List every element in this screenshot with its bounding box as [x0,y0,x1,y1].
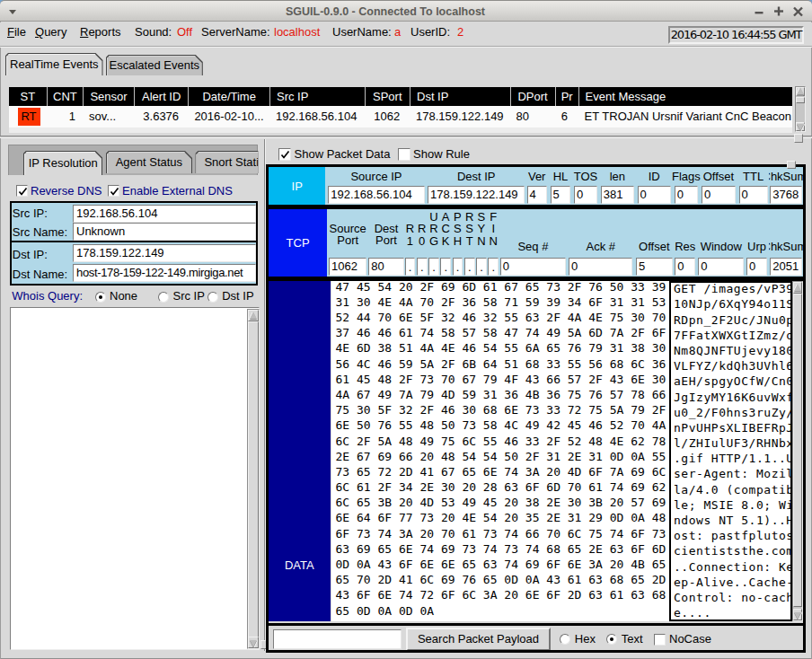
event-row-st-cell[interactable]: RT [9,106,47,127]
event-row-sensor[interactable]: sov... [83,106,134,127]
ip-value-id[interactable]: 0 [638,186,671,204]
tcp-value-seq[interactable]: 0 [500,258,566,276]
tcp-flag-value-3[interactable]: . [440,258,451,276]
events-scrollbar-up-arrow[interactable] [796,87,805,96]
horizontal-sash[interactable] [0,136,812,138]
payload-scrollbar-up-arrow[interactable] [793,282,803,294]
packet-frame-sash-grip[interactable] [787,161,796,169]
show-rule-checkbox[interactable] [398,148,410,161]
ip-value-ttl[interactable]: 0 [739,186,768,204]
tcp-flag-value-2[interactable]: . [428,258,439,276]
ip-value-len[interactable]: 381 [601,186,634,204]
window-titlebar[interactable]: SGUIL-0.9.0 - Connected To localhost [0,0,812,22]
payload-scrollbar[interactable] [792,281,804,621]
ip-value-flags[interactable]: 0 [675,186,698,204]
whois-result-area[interactable] [10,307,260,650]
event-row-alert_id[interactable]: 3.6376 [134,106,188,127]
payload-ascii-line: ..Connection: Ke [674,559,794,575]
events-table-footer-strip [9,127,792,133]
event-row-sport[interactable]: 1062 [365,106,410,127]
events-col-pr[interactable]: Pr [555,87,578,106]
events-col-dport[interactable]: DPort [510,87,555,106]
ip-value-tos[interactable]: 0 [574,186,597,204]
whois-scrollbar[interactable] [247,309,260,649]
search-payload-input[interactable] [273,629,402,649]
menu-query[interactable]: Query [35,25,66,39]
tcp-value-window[interactable]: 0 [698,258,744,276]
ip-value-chksum[interactable]: 3768 [770,186,801,204]
menu-file[interactable]: File [7,25,26,39]
events-scrollbar-down-arrow[interactable] [796,122,805,131]
ip-value-dest-ip[interactable]: 178.159.122.149 [428,186,525,204]
tab-escalated-events[interactable]: Escalated Events [106,55,203,75]
payload-scrollbar-thumb[interactable] [793,294,803,607]
tcp-value-res[interactable]: 0 [675,258,695,276]
event-row-pr[interactable]: 6 [555,106,578,127]
dst-name-field[interactable]: host-178-159-122-149.mirgiga.net [73,264,256,282]
tcp-flag-value-4[interactable]: . [453,258,463,276]
reverse-dns-checkbox[interactable] [16,185,28,197]
ip-value-source-ip[interactable]: 192.168.56.104 [328,186,425,204]
show-packet-data-checkbox[interactable] [278,148,291,161]
tcp-flag-value-6[interactable]: . [476,258,487,276]
tcp-value-urp[interactable]: 0 [746,258,767,276]
event-row-src_ip[interactable]: 192.168.56.104 [269,106,365,127]
external-dns-checkbox[interactable] [108,185,119,197]
search-hex-radio[interactable] [560,634,570,645]
event-row-cnt[interactable]: 1 [47,106,83,127]
events-col-dst_ip[interactable]: Dst IP [410,87,510,106]
src-ip-field[interactable]: 192.168.56.104 [73,205,256,223]
event-row-event_message[interactable]: ET TROJAN Ursnif Variant CnC Beacon [578,106,792,127]
close-button[interactable] [791,5,804,18]
search-payload-button[interactable]: Search Packet Payload [406,628,551,651]
events-scrollbar[interactable] [795,86,806,132]
event-row-datetime[interactable]: 2016-02-10... [188,106,269,127]
minimize-button[interactable] [753,1,765,13]
maximize-button[interactable] [772,5,785,18]
events-col-src_ip[interactable]: Src IP [269,87,365,106]
whois-scrollbar-down-arrow[interactable] [248,637,259,648]
events-col-sport[interactable]: SPort [365,87,410,106]
events-col-st[interactable]: ST [9,87,47,106]
whois-srcip-radio[interactable] [158,292,169,303]
ip-value-offset[interactable]: 0 [702,186,736,204]
events-col-cnt[interactable]: CNT [47,87,83,106]
tcp-flag-value-7[interactable]: . [488,258,499,276]
tcp-value-offset[interactable]: 5 [636,258,673,276]
tcp-value-ack[interactable]: 0 [569,258,632,276]
tcp-flag-value-5[interactable]: . [464,258,475,276]
ip-value-hl[interactable]: 5 [551,186,571,204]
menu-reports[interactable]: Reports [80,25,121,39]
whois-scrollbar-thumb[interactable] [248,321,259,638]
whois-dstip-radio[interactable] [207,292,218,303]
tcp-value-dest-port[interactable]: 80 [368,258,403,276]
events-col-datetime[interactable]: Date/Time [188,87,269,106]
whois-none-radio[interactable] [95,292,106,303]
payload-scrollbar-down-arrow[interactable] [793,609,803,620]
events-scrollbar-thumb[interactable] [796,97,805,103]
tcp-flag-value-0[interactable]: . [405,258,416,276]
tab-escalated-events-label: Escalated Events [106,58,203,72]
payload-hex-line: 61 45 48 2F 73 70 67 79 4F 43 66 57 2F 4… [336,372,666,387]
tab-realtime-events[interactable]: RealTime Events [5,53,103,75]
whois-scrollbar-up-arrow[interactable] [248,310,259,321]
event-row-dst_ip[interactable]: 178.159.122.149 [410,106,510,127]
dst-block: Dst IP: 178.159.122.149 Dst Name: host-1… [10,241,258,286]
tab-ip-resolution[interactable]: IP Resolution [23,151,103,175]
search-text-radio[interactable] [606,634,617,645]
ip-value-ver[interactable]: 4 [527,186,547,204]
tcp-flag-col-2-text: URG [429,211,438,247]
events-col-alert_id[interactable]: Alert ID [134,87,188,106]
dst-ip-field[interactable]: 178.159.122.149 [73,244,256,262]
src-name-field[interactable]: Unknown [73,223,256,241]
tcp-value-source-port[interactable]: 1062 [329,258,366,276]
tab-agent-status[interactable]: Agent Status [106,151,192,173]
tcp-value-chksum[interactable]: 2051 [770,258,801,276]
events-col-sensor[interactable]: Sensor [83,87,134,106]
search-nocase-checkbox[interactable] [654,634,666,646]
tcp-flag-value-1[interactable]: . [417,258,428,276]
event-row-dport[interactable]: 80 [510,106,555,127]
horizontal-sash-grip[interactable] [794,134,803,143]
events-col-event_message[interactable]: Event Message [578,87,792,106]
ip-header-hl: HL [553,170,569,183]
